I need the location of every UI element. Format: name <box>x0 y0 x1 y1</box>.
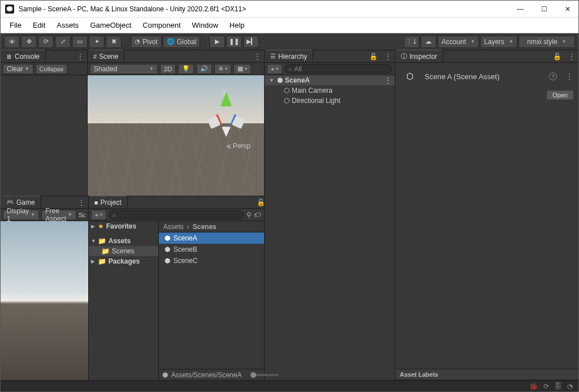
rotate-tool-button[interactable]: ⟳ <box>38 36 54 48</box>
axis-y-icon[interactable] <box>221 92 232 106</box>
transform-tool-button[interactable]: ✦ <box>89 36 105 48</box>
inspector-title: Scene A (Scene Asset) <box>425 72 499 81</box>
menubar: File Edit Assets GameObject Component Wi… <box>1 18 578 33</box>
game-display-dropdown[interactable]: Display 1▼ <box>3 210 39 220</box>
statusbar: 🐞 ⟳ 🗄 ◔ <box>1 380 578 391</box>
layout-dropdown[interactable]: nmxi style▼ <box>518 36 575 48</box>
project-add-button[interactable]: +▾ <box>91 210 106 220</box>
global-toggle[interactable]: 🌐 Global <box>163 36 201 48</box>
pause-button[interactable]: ❚❚ <box>226 36 242 48</box>
step-button[interactable]: ▶▎ <box>243 36 259 48</box>
breadcrumb-scenes[interactable]: Scenes <box>193 223 217 231</box>
pivot-toggle[interactable]: ◔ Pivot <box>131 36 162 48</box>
custom-tool-button[interactable]: ✖ <box>106 36 122 48</box>
unity-logo-icon <box>401 67 419 85</box>
inspector-tab-label: Inspector <box>409 53 437 61</box>
cloud-button[interactable]: ☁ <box>421 36 437 48</box>
maximize-button[interactable]: ☐ <box>540 5 548 13</box>
status-bug-icon[interactable]: 🐞 <box>529 382 538 390</box>
console-menu-icon[interactable]: ⋮ <box>74 53 87 61</box>
scene-camera-dropdown[interactable]: ▦▾ <box>234 64 251 74</box>
menu-component[interactable]: Component <box>137 21 186 29</box>
inspector-tab[interactable]: ⓘ Inspector <box>395 50 443 62</box>
gameobject-icon: ⬡ <box>284 87 290 94</box>
project-tab-label: Project <box>100 199 121 206</box>
status-autorefresh-icon[interactable]: ⟳ <box>543 382 549 390</box>
account-dropdown[interactable]: Account▼ <box>438 36 479 48</box>
axis-y-label: y <box>223 89 226 96</box>
main-toolbar: 👁 ✥ ⟳ ⤢ ▭ ✦ ✖ ◔ Pivot 🌐 Global ▶ ❚❚ ▶▎ ⋮… <box>1 33 578 50</box>
tree-scenes[interactable]: 📁Scenes <box>89 246 158 256</box>
scene-menu-icon[interactable]: ⋮ <box>250 53 264 61</box>
console-collapse-button[interactable]: Collapse <box>36 64 68 74</box>
menu-assets[interactable]: Assets <box>51 21 84 29</box>
console-clear-button[interactable]: Clear▼ <box>3 64 33 74</box>
game-aspect-dropdown[interactable]: Free Aspect▼ <box>41 210 76 220</box>
inspector-lock-icon[interactable]: 🔓 <box>550 53 565 61</box>
menu-help[interactable]: Help <box>224 21 250 29</box>
layers-dropdown[interactable]: Layers▼ <box>480 36 517 48</box>
pivot-label: Pivot <box>142 38 158 46</box>
fold-icon[interactable]: ▼ <box>269 77 275 83</box>
inspector-menu-icon[interactable]: ⋮ <box>565 53 578 61</box>
scene-2d-toggle[interactable]: 2D <box>160 64 176 74</box>
scene-fx-dropdown[interactable]: ※▾ <box>214 64 231 74</box>
game-menu-icon[interactable]: ⋮ <box>75 199 88 206</box>
inspector-open-button[interactable]: Open <box>546 90 574 100</box>
status-progress-icon[interactable]: ◔ <box>567 382 573 390</box>
hand-tool-button[interactable]: 👁 <box>4 36 20 48</box>
hierarchy-add-button[interactable]: +▾ <box>267 64 282 74</box>
scene-icon: ⬢ <box>277 76 283 84</box>
project-footer-path: Assets/Scenes/SceneA <box>171 371 242 379</box>
collab-button[interactable]: ⋮⤓ <box>404 36 420 48</box>
play-button[interactable]: ▶ <box>209 36 225 48</box>
scene-viewport[interactable]: x y z ≼ Persp <box>88 75 264 196</box>
inspector-help-icon[interactable]: ? <box>549 72 557 80</box>
scene-tab[interactable]: # Scene <box>88 50 124 62</box>
project-tree: ▶★Favorites ▼📁Assets 📁Scenes ▶📁Packages <box>89 221 159 380</box>
scale-tool-button[interactable]: ⤢ <box>55 36 71 48</box>
axis-x-label: x <box>200 116 203 123</box>
inspector-component-menu-icon[interactable]: ⋮ <box>566 72 573 80</box>
close-button[interactable]: ✕ <box>564 5 572 13</box>
project-tab[interactable]: ■ Project <box>89 196 128 208</box>
menu-window[interactable]: Window <box>187 21 224 29</box>
status-cache-icon[interactable]: 🗄 <box>555 382 561 390</box>
hierarchy-item[interactable]: ⬡ Directional Light <box>265 96 395 106</box>
window-title: Sample - SceneA - PC, Mac & Linux Standa… <box>19 5 516 13</box>
project-search-input[interactable]: ⌕ <box>109 210 244 219</box>
minimize-button[interactable]: — <box>516 5 524 13</box>
menu-edit[interactable]: Edit <box>27 21 51 29</box>
game-viewport[interactable] <box>1 221 88 380</box>
console-tab[interactable]: 🗎 Console <box>1 50 46 62</box>
game-tab-label: Game <box>16 199 35 206</box>
tree-favorites[interactable]: ▶★Favorites <box>89 221 158 231</box>
global-label: Global <box>177 38 197 46</box>
account-label: Account <box>442 38 466 46</box>
orientation-gizmo[interactable]: x y z <box>201 91 252 142</box>
project-filter-type-icon[interactable]: ⚲ <box>247 211 252 219</box>
rect-tool-button[interactable]: ▭ <box>72 36 88 48</box>
layers-label: Layers <box>484 38 504 46</box>
menu-gameobject[interactable]: GameObject <box>84 21 137 29</box>
menu-file[interactable]: File <box>4 21 27 29</box>
hierarchy-search-input[interactable]: ⌕ All <box>284 64 392 74</box>
hierarchy-item[interactable]: ⬡ Main Camera <box>265 85 395 96</box>
hierarchy-menu-icon[interactable]: ⋮ <box>381 53 395 61</box>
scene-lighting-toggle[interactable]: 💡 <box>178 64 194 74</box>
scene-row-menu-icon[interactable]: ⋮ <box>384 76 395 84</box>
scene-drawmode-dropdown[interactable]: Shaded▼ <box>90 64 158 74</box>
projection-label[interactable]: ≼ Persp <box>226 142 250 150</box>
hierarchy-tab[interactable]: ☰ Hierarchy <box>265 50 313 62</box>
axis-neg-y-icon[interactable] <box>222 127 231 137</box>
project-filter-label-icon[interactable]: 🏷 <box>254 211 261 219</box>
unity-app-icon <box>5 5 14 14</box>
breadcrumb-assets[interactable]: Assets <box>163 223 184 231</box>
hierarchy-lock-icon[interactable]: 🔓 <box>366 53 381 61</box>
scene-audio-toggle[interactable]: 🔊 <box>196 64 212 74</box>
tree-packages[interactable]: ▶📁Packages <box>89 256 158 266</box>
tree-assets[interactable]: ▼📁Assets <box>89 236 158 246</box>
move-tool-button[interactable]: ✥ <box>21 36 37 48</box>
project-zoom-slider[interactable] <box>250 374 279 376</box>
hierarchy-scene-row[interactable]: ▼ ⬢ SceneA ⋮ <box>265 75 395 85</box>
